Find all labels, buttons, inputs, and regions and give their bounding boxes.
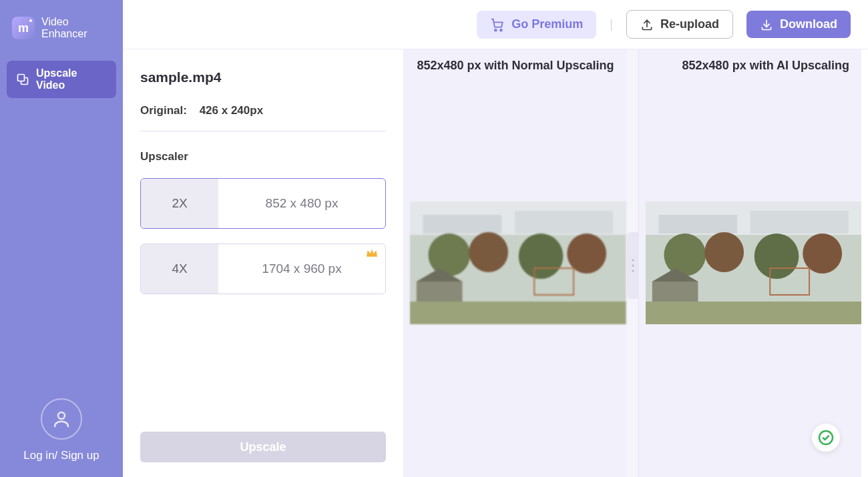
svg-rect-7 bbox=[515, 211, 613, 233]
svg-point-2 bbox=[495, 29, 497, 31]
svg-point-24 bbox=[704, 232, 744, 272]
svg-point-3 bbox=[500, 29, 502, 31]
original-label: Original: bbox=[140, 104, 187, 117]
svg-point-1 bbox=[58, 412, 65, 419]
topbar-divider: | bbox=[610, 17, 613, 31]
download-button[interactable]: Download bbox=[746, 11, 851, 38]
topbar: Go Premium | Re-upload Download bbox=[123, 0, 868, 49]
settings-panel: sample.mp4 Original: 426 x 240px Upscale… bbox=[123, 49, 403, 477]
svg-rect-0 bbox=[18, 74, 25, 81]
user-avatar-icon[interactable] bbox=[41, 398, 82, 440]
svg-rect-14 bbox=[410, 302, 626, 324]
download-icon bbox=[760, 18, 773, 31]
compare-drag-handle[interactable] bbox=[627, 232, 639, 299]
crown-icon bbox=[365, 248, 379, 259]
svg-point-8 bbox=[428, 233, 470, 276]
preview-ai: 852x480 px with AI Upscaling bbox=[638, 49, 862, 477]
go-premium-button[interactable]: Go Premium bbox=[477, 11, 596, 39]
reupload-button[interactable]: Re-upload bbox=[626, 10, 733, 39]
brand-title: Video Enhancer bbox=[41, 16, 87, 41]
upscale-resolution: 1704 x 960 px bbox=[218, 244, 385, 294]
cart-icon bbox=[490, 17, 505, 32]
upscaler-section-label: Upscaler bbox=[140, 150, 386, 163]
svg-point-18 bbox=[632, 270, 634, 272]
svg-point-17 bbox=[632, 265, 634, 267]
upscale-factor: 4X bbox=[141, 244, 218, 294]
upscale-resolution: 852 x 480 px bbox=[218, 179, 385, 228]
download-label: Download bbox=[780, 17, 837, 31]
svg-point-16 bbox=[632, 260, 634, 262]
preview-area: 852x480 px with Normal Upscaling 852x480 bbox=[403, 49, 861, 477]
upscale-button-label: Upscale bbox=[240, 440, 286, 454]
brand: m Video Enhancer bbox=[0, 0, 123, 61]
upload-icon bbox=[640, 18, 654, 31]
preview-normal-title: 852x480 px with Normal Upscaling bbox=[417, 59, 614, 73]
svg-point-9 bbox=[469, 232, 508, 272]
go-premium-label: Go Premium bbox=[511, 17, 583, 31]
upscale-factor: 2X bbox=[141, 179, 218, 228]
status-success-icon bbox=[812, 424, 840, 452]
upscale-option-4x[interactable]: 4X 1704 x 960 px bbox=[140, 244, 386, 294]
svg-rect-22 bbox=[750, 211, 848, 233]
svg-point-25 bbox=[754, 233, 799, 279]
upscale-button[interactable]: Upscale bbox=[140, 432, 386, 462]
preview-ai-title: 852x480 px with AI Upscaling bbox=[682, 59, 849, 73]
original-dimensions: Original: 426 x 240px bbox=[140, 104, 386, 131]
svg-point-23 bbox=[664, 233, 706, 276]
preview-ai-image bbox=[646, 201, 862, 324]
preview-normal-image bbox=[410, 201, 626, 324]
svg-rect-6 bbox=[423, 215, 502, 233]
upscale-video-button[interactable]: Upscale Video bbox=[7, 61, 116, 98]
reupload-label: Re-upload bbox=[660, 17, 719, 31]
sidebar-footer: Log in/ Sign up bbox=[23, 398, 99, 462]
preview-normal: 852x480 px with Normal Upscaling bbox=[403, 49, 626, 477]
svg-rect-21 bbox=[658, 215, 737, 233]
original-value: 426 x 240px bbox=[200, 104, 263, 117]
upscale-icon bbox=[16, 73, 29, 86]
login-signup-link[interactable]: Log in/ Sign up bbox=[23, 449, 99, 462]
svg-point-10 bbox=[519, 233, 564, 279]
upscale-option-2x[interactable]: 2X 852 x 480 px bbox=[140, 178, 386, 229]
svg-rect-29 bbox=[646, 302, 862, 324]
brand-logo-icon: m bbox=[12, 17, 35, 39]
upscale-video-label: Upscale Video bbox=[36, 67, 107, 91]
sidebar: m Video Enhancer Upscale Video Log in/ S… bbox=[0, 0, 123, 477]
file-name: sample.mp4 bbox=[140, 69, 386, 85]
